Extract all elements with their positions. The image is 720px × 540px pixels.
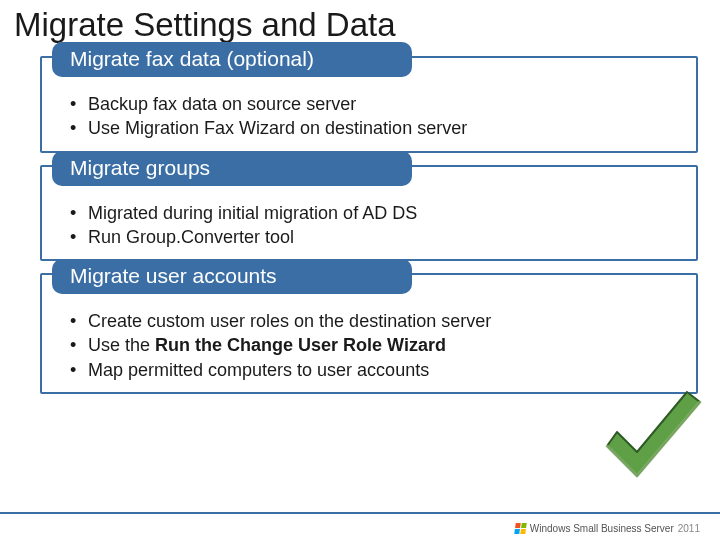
bullet-item: Use the Run the Change User Role Wizard	[70, 333, 678, 357]
sections-container: Migrate fax data (optional)Backup fax da…	[0, 44, 720, 394]
footer-brand: Windows Small Business Server 2011	[515, 523, 700, 534]
section-header: Migrate user accounts	[52, 259, 412, 294]
footer-divider	[0, 512, 720, 514]
brand-text: Windows Small Business Server	[530, 523, 674, 534]
section: Migrate groupsMigrated during initial mi…	[40, 165, 698, 262]
bullet-item: Migrated during initial migration of AD …	[70, 201, 678, 225]
bullet-list: Create custom user roles on the destinat…	[70, 303, 678, 382]
bullet-list: Migrated during initial migration of AD …	[70, 195, 678, 250]
section: Migrate user accountsCreate custom user …	[40, 273, 698, 394]
bullet-item: Run Group.Converter tool	[70, 225, 678, 249]
checkmark-icon	[592, 384, 712, 504]
bullet-item: Create custom user roles on the destinat…	[70, 309, 678, 333]
section-box: Migrate user accountsCreate custom user …	[40, 273, 698, 394]
section: Migrate fax data (optional)Backup fax da…	[40, 56, 698, 153]
bullet-list: Backup fax data on source serverUse Migr…	[70, 86, 678, 141]
brand-year: 2011	[678, 523, 700, 534]
bullet-item: Map permitted computers to user accounts	[70, 358, 678, 382]
section-header: Migrate groups	[52, 151, 412, 186]
section-box: Migrate fax data (optional)Backup fax da…	[40, 56, 698, 153]
section-box: Migrate groupsMigrated during initial mi…	[40, 165, 698, 262]
section-header: Migrate fax data (optional)	[52, 42, 412, 77]
page-title: Migrate Settings and Data	[0, 0, 720, 44]
windows-flag-icon	[514, 523, 527, 534]
bullet-item: Use Migration Fax Wizard on destination …	[70, 116, 678, 140]
bullet-item: Backup fax data on source server	[70, 92, 678, 116]
